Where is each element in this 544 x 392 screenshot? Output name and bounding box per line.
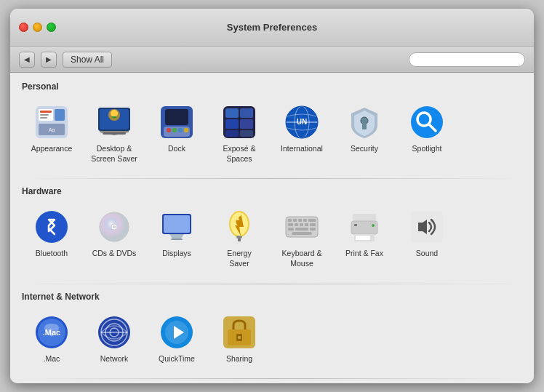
traffic-lights <box>19 23 56 32</box>
svg-rect-2 <box>40 111 52 113</box>
mac-icon: .Mac <box>33 313 71 351</box>
divider-hardware <box>22 178 522 179</box>
dock-icon <box>158 103 196 141</box>
svg-rect-45 <box>164 215 190 233</box>
svg-rect-65 <box>292 232 312 235</box>
svg-rect-4 <box>40 117 47 119</box>
svg-rect-16 <box>167 128 171 132</box>
svg-rect-61 <box>310 223 316 226</box>
personal-items: Aa Appearance <box>22 99 522 168</box>
cds-label: CDs & DVDs <box>92 249 137 259</box>
international-icon: UN <box>283 103 321 141</box>
svg-rect-69 <box>356 236 370 240</box>
desktop-label: Desktop &Screen Saver <box>91 144 137 164</box>
pref-expose[interactable]: Exposé &Spaces <box>209 99 269 168</box>
svg-point-12 <box>111 110 118 117</box>
close-button[interactable] <box>19 23 28 32</box>
svg-rect-11 <box>103 132 126 135</box>
pref-print[interactable]: Print & Fax <box>335 204 394 273</box>
minimize-button[interactable] <box>33 23 42 32</box>
mac-label: .Mac <box>44 354 60 364</box>
svg-rect-62 <box>288 228 294 231</box>
svg-rect-5 <box>55 109 65 121</box>
divider-system <box>22 378 522 379</box>
network-label: Network <box>100 354 129 364</box>
titlebar: System Preferences <box>10 9 534 47</box>
pref-bluetooth[interactable]: Bluetooth <box>22 204 81 273</box>
pref-keyboard[interactable]: Keyboard &Mouse <box>272 204 332 273</box>
svg-rect-60 <box>305 223 308 226</box>
pref-network[interactable]: Network <box>84 309 144 369</box>
svg-rect-26 <box>240 130 253 137</box>
svg-rect-66 <box>353 214 376 221</box>
pref-displays[interactable]: Displays <box>147 204 207 273</box>
international-label: International <box>281 144 323 154</box>
displays-icon <box>158 208 196 246</box>
svg-rect-49 <box>236 236 242 239</box>
pref-energy[interactable]: EnergySaver <box>209 204 269 273</box>
svg-rect-19 <box>184 128 188 132</box>
sound-icon <box>408 208 446 246</box>
svg-rect-53 <box>293 219 297 222</box>
svg-rect-46 <box>171 239 183 240</box>
svg-rect-23 <box>225 119 239 129</box>
pref-spotlight[interactable]: Spotlight <box>397 99 457 168</box>
svg-point-86 <box>238 336 241 339</box>
appearance-label: Appearance <box>31 144 73 154</box>
pref-appearance[interactable]: Aa Appearance <box>22 99 81 168</box>
system-preferences-window: System Preferences ◀ ▶ Show All 🔍 Person… <box>10 9 534 383</box>
section-hardware: Hardware Bluetooth <box>22 186 522 273</box>
show-all-button[interactable]: Show All <box>63 52 112 68</box>
keyboard-icon <box>283 208 321 246</box>
svg-rect-24 <box>240 119 253 129</box>
svg-rect-64 <box>310 228 316 231</box>
hardware-items: Bluetooth <box>22 204 522 273</box>
keyboard-label: Keyboard &Mouse <box>282 249 322 268</box>
spotlight-label: Spotlight <box>412 144 442 154</box>
svg-point-71 <box>372 224 375 227</box>
pref-dock[interactable]: Dock <box>147 99 207 168</box>
pref-cds[interactable]: CDs & DVDs <box>84 204 144 273</box>
svg-rect-56 <box>308 219 316 222</box>
svg-rect-57 <box>288 223 293 226</box>
svg-rect-3 <box>40 114 49 116</box>
print-icon <box>345 208 383 246</box>
section-title-personal: Personal <box>22 81 522 92</box>
cds-icon <box>95 208 133 246</box>
svg-rect-67 <box>351 221 377 234</box>
bluetooth-label: Bluetooth <box>36 249 68 259</box>
pref-sound[interactable]: Sound <box>397 204 457 273</box>
internet-items: .Mac .Mac <box>22 309 522 369</box>
svg-rect-15 <box>165 109 188 125</box>
pref-mac[interactable]: .Mac .Mac <box>22 309 81 369</box>
security-icon <box>345 103 383 141</box>
svg-rect-25 <box>225 130 239 137</box>
pref-sharing[interactable]: Sharing <box>209 309 269 369</box>
sound-label: Sound <box>416 249 438 259</box>
forward-button[interactable]: ▶ <box>41 52 57 68</box>
network-icon <box>95 313 133 351</box>
pref-security[interactable]: Security <box>335 99 394 168</box>
maximize-button[interactable] <box>47 23 56 32</box>
sharing-label: Sharing <box>226 354 252 364</box>
toolbar: ◀ ▶ Show All 🔍 <box>10 47 534 73</box>
sharing-icon <box>220 313 258 351</box>
pref-desktop[interactable]: Desktop &Screen Saver <box>84 99 144 168</box>
svg-rect-17 <box>172 128 177 132</box>
energy-icon <box>220 208 258 246</box>
svg-rect-55 <box>303 219 307 222</box>
back-button[interactable]: ◀ <box>19 52 35 68</box>
desktop-icon <box>95 103 133 141</box>
pref-quicktime[interactable]: QuickTime <box>147 309 207 369</box>
svg-text:.Mac: .Mac <box>43 328 60 337</box>
pref-international[interactable]: UN International <box>272 99 332 168</box>
search-input[interactable] <box>409 52 525 67</box>
svg-rect-50 <box>238 239 241 241</box>
svg-rect-58 <box>295 223 298 226</box>
svg-rect-34 <box>362 124 367 129</box>
section-title-hardware: Hardware <box>22 186 522 196</box>
divider-internet <box>22 284 522 284</box>
svg-point-35 <box>411 106 443 138</box>
expose-label: Exposé &Spaces <box>223 144 256 164</box>
svg-text:Aa: Aa <box>49 127 55 132</box>
